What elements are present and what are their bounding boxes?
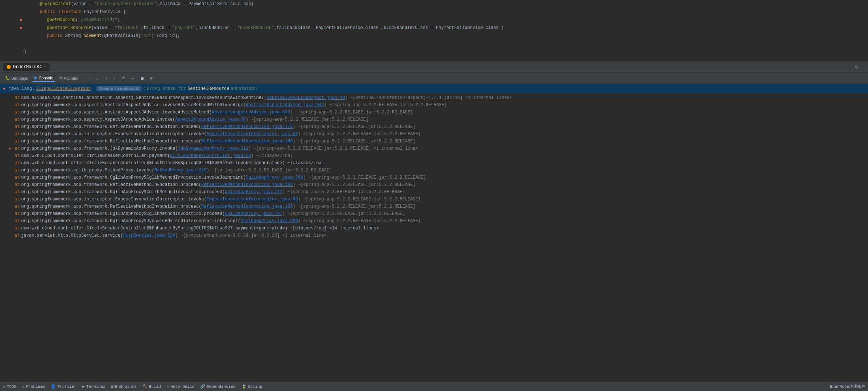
status-spring[interactable]: 🍃 Spring [241, 384, 263, 389]
bp-icon-6: ● [9, 140, 13, 143]
exception-text: java.lang.IllegalStateException Create b… [8, 86, 257, 91]
bp-icon-12: ● [9, 183, 13, 187]
terminal-icon: ▶ [82, 384, 85, 389]
stack-line-8[interactable]: ● at com.wxh.cloud.controller.CircleBrea… [0, 152, 868, 159]
stack-line-14[interactable]: ● at org.springframework.aop.interceptor… [0, 196, 868, 203]
code-editor: @FeignClient(value = "nacos-payment-prov… [0, 0, 868, 62]
stack-trace-area[interactable]: ● at com.alibaba.csp.sentinel.annotation… [0, 93, 868, 382]
stack-line-0[interactable]: ● at com.alibaba.csp.sentinel.annotation… [0, 94, 868, 101]
debugger-icon: 🐛 [5, 76, 10, 80]
status-profiler[interactable]: 👤 Profiler [51, 384, 77, 389]
status-build[interactable]: 🔨 Build [142, 384, 161, 389]
status-terminal[interactable]: ▶ Terminal [82, 384, 105, 389]
todo-icon: ⚠ [3, 384, 5, 389]
create-breakpoint-button[interactable]: Create breakpoint [96, 86, 141, 91]
bp-icon-9: ● [9, 161, 13, 165]
code-line-1: @FeignClient(value = "nacos-payment-prov… [0, 0, 868, 8]
auto-build-label: Auto-build [170, 384, 194, 389]
stack-line-11[interactable]: ● at org.springframework.aop.framework.C… [0, 174, 868, 181]
stack-line-12[interactable]: ● at org.springframework.aop.framework.R… [0, 181, 868, 188]
exception-icon: ● [3, 86, 5, 91]
profiler-label: Profiler [57, 384, 77, 389]
bp-icon-15: ● [9, 205, 13, 209]
format-button[interactable]: ≡ [148, 75, 154, 82]
stack-line-6[interactable]: ● at org.springframework.aop.framework.R… [0, 138, 868, 145]
profiler-icon: 👤 [51, 384, 56, 389]
stack-line-1[interactable]: ● at org.springframework.aop.aspectj.Abs… [0, 101, 868, 109]
tool-bar: 🐛 Debugger ▶ Console ⚙ Actuator ↑ ↓ ⇓ ↑ … [0, 72, 868, 84]
stack-line-18[interactable]: ● at com.wxh.cloud.controller.CircleBrea… [0, 225, 868, 232]
tab-icon: 🟠 [7, 65, 11, 69]
bp-icon-1: ● [9, 103, 13, 107]
exception-message-part2: annotation [231, 86, 257, 91]
exception-message-highlight: SentinelResource [187, 86, 229, 91]
actuator-button[interactable]: ⚙ Actuator [57, 75, 81, 82]
bp-icon-19: ● [9, 234, 13, 238]
problems-icon: ⚠ [22, 384, 25, 389]
status-dependencies[interactable]: 🔗 Dependencies [200, 384, 235, 389]
stack-line-15[interactable]: ● at org.springframework.aop.framework.R… [0, 203, 868, 210]
status-bar: ⚠ TODO ⚠ Problems 👤 Profiler ▶ Terminal … [0, 382, 868, 391]
status-problems[interactable]: ⚠ Problems [22, 384, 45, 389]
tab-order-main[interactable]: 🟠 OrderMain84 × [3, 63, 50, 71]
stack-line-4[interactable]: ● at org.springframework.aop.framework.R… [0, 123, 868, 130]
tab-bar: 🟠 OrderMain84 × ⚙ — [0, 62, 868, 72]
terminal-label: Terminal [86, 384, 106, 389]
scroll-up-button[interactable]: ↑ [87, 75, 94, 82]
dependencies-icon: 🔗 [200, 384, 205, 389]
status-right-text: EvanNote注册账户 [830, 384, 865, 389]
dependencies-label: Dependencies [207, 384, 235, 389]
status-auto-build[interactable]: ⚡ Auto-build [167, 384, 195, 389]
endpoints-icon: ⊡ [111, 384, 114, 389]
bp-icon-17: ● [9, 219, 13, 223]
stack-line-9[interactable]: ● at com.wxh.cloud.controller.CircleBrea… [0, 159, 868, 167]
bp-icon-13: ● [9, 190, 13, 194]
exception-package: java.lang. [8, 86, 34, 91]
stack-line-13[interactable]: ● at org.springframework.aop.framework.C… [0, 188, 868, 196]
bp-icon-7: ● [9, 147, 13, 151]
bp-icon-3: ● [9, 118, 13, 122]
bp-icon-18: ● [9, 226, 13, 230]
stack-line-3[interactable]: ● at org.springframework.aop.aspectj.Asp… [0, 116, 868, 123]
resume-button[interactable]: → [128, 75, 137, 82]
todo-label: TODO [7, 384, 16, 389]
status-endpoints[interactable]: ⊡ Endpoints [111, 384, 137, 389]
stack-line-2[interactable]: ● at org.springframework.aop.aspectj.Abs… [0, 109, 868, 116]
bp-icon-16: ● [9, 212, 13, 216]
problems-label: Problems [26, 384, 45, 389]
console-area: ● java.lang.IllegalStateException Create… [0, 84, 868, 382]
rerun-button[interactable]: ↺ [119, 75, 127, 82]
bp-icon-4: ● [9, 125, 13, 129]
exception-header: ● java.lang.IllegalStateException Create… [0, 84, 868, 93]
console-button[interactable]: ▶ Console [32, 74, 55, 82]
scroll-top-button[interactable]: ↑ [112, 75, 118, 82]
bp-icon-14: ● [9, 197, 13, 201]
stack-line-16[interactable]: ● at org.springframework.aop.framework.C… [0, 210, 868, 217]
auto-build-icon: ⚡ [167, 384, 169, 389]
bp-icon-11: ● [9, 176, 13, 180]
debugger-button[interactable]: 🐛 Debugger [3, 75, 31, 82]
actuator-icon: ⚙ [59, 76, 63, 80]
bp-icon-5: ● [9, 132, 13, 136]
code-line-7: } [0, 48, 868, 56]
stop-button[interactable]: ⏹ [138, 75, 146, 82]
tab-close-button[interactable]: × [44, 65, 46, 69]
bp-icon-0: ● [9, 96, 13, 100]
status-todo[interactable]: ⚠ TODO [3, 384, 16, 389]
exception-message-part1: Wrong state for [147, 86, 186, 91]
settings-gear-icon[interactable]: ⚙ [855, 64, 858, 70]
console-icon: ▶ [34, 75, 37, 80]
stack-line-19[interactable]: ● at javax.servlet.http.HttpServlet.serv… [0, 232, 868, 239]
tab-label: OrderMain84 [13, 65, 42, 70]
hide-button[interactable]: — [863, 65, 865, 70]
stack-line-5[interactable]: ● at org.springframework.aop.interceptor… [0, 130, 868, 138]
stack-line-10[interactable]: ● at org.springframework.cglib.proxy.Met… [0, 167, 868, 174]
scroll-down-button[interactable]: ↓ [95, 75, 101, 82]
stack-line-17[interactable]: ● at org.springframework.aop.framework.C… [0, 217, 868, 225]
build-icon: 🔨 [142, 384, 148, 389]
bp-icon-2: ● [9, 111, 13, 115]
exception-class: IllegalStateException [36, 86, 91, 91]
scroll-bottom-button[interactable]: ⇓ [103, 75, 110, 82]
bp-icon-8: ● [9, 154, 13, 158]
stack-line-7[interactable]: ● at org.springframework.aop.framework.J… [0, 145, 868, 152]
